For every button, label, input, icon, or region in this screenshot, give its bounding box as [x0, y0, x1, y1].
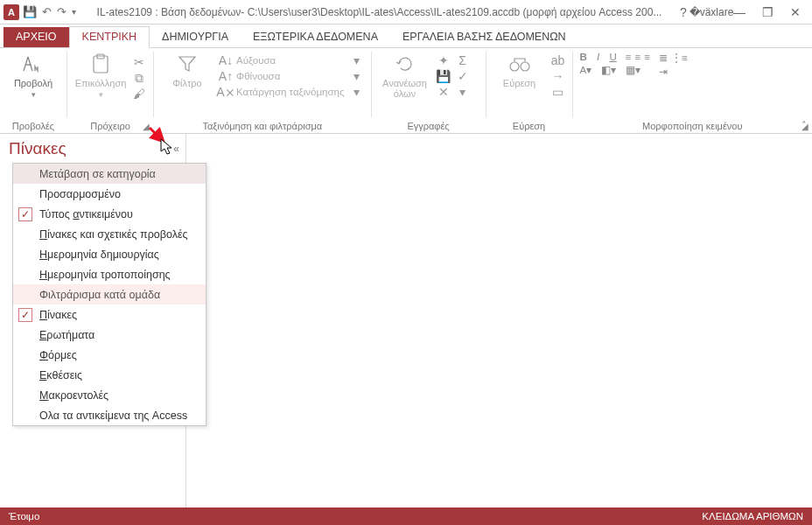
- spellcheck-icon: ✓: [456, 69, 470, 83]
- check-icon: ✓: [18, 308, 32, 322]
- menu-item-tables[interactable]: ✓ Πίνακες: [13, 304, 206, 325]
- clipboard-dialog-launcher-icon[interactable]: ◢: [143, 122, 150, 131]
- copy-icon: ⧉: [132, 71, 146, 85]
- ribbon-display-options-icon[interactable]: �växlare: [704, 6, 719, 18]
- document-area: [186, 134, 812, 508]
- goto-button[interactable]: →: [551, 69, 565, 83]
- refresh-all-button[interactable]: Ανανέωση όλων: [379, 52, 431, 99]
- tab-create[interactable]: ΔΗΜΙΟΥΡΓΙΑ: [150, 27, 241, 47]
- save-record-button[interactable]: 💾: [437, 69, 451, 83]
- menu-item-label: Τύπος αντικειμένου: [39, 208, 133, 220]
- status-ready: Έτοιμο: [9, 511, 39, 522]
- tab-database-tools[interactable]: ΕΡΓΑΛΕΙΑ ΒΑΣΗΣ ΔΕΔΟΜΕΝΩΝ: [390, 27, 578, 47]
- bullets-button[interactable]: ⋮≡: [671, 52, 688, 64]
- menu-item-label: Εκθέσεις: [39, 369, 82, 382]
- menu-item-object-type[interactable]: ✓ Τύπος αντικειμένου: [13, 204, 206, 224]
- bold-button[interactable]: B: [580, 52, 587, 62]
- menu-item-modified-date[interactable]: Ημερομηνία τροποποίησης: [13, 264, 206, 284]
- gridlines-button[interactable]: ▦▾: [626, 64, 640, 76]
- refresh-icon: [392, 52, 418, 76]
- paste-button[interactable]: Επικόλληση ▾: [74, 52, 127, 99]
- align-center-button[interactable]: ≡: [634, 52, 640, 62]
- sort-asc-button[interactable]: A↓Αύξουσα: [219, 53, 345, 67]
- ribbon-group-views: Προβολή ▾ Προβολές: [0, 48, 66, 133]
- sort-desc-label: Φθίνουσα: [236, 71, 280, 81]
- minimize-button[interactable]: —: [732, 5, 747, 19]
- menu-item-label: Πίνακες και σχετικές προβολές: [39, 228, 188, 241]
- align-right-button[interactable]: ≡: [644, 52, 650, 62]
- maximize-button[interactable]: ❐: [760, 5, 775, 19]
- view-icon: [20, 52, 46, 76]
- menu-item-tables-and-views[interactable]: Πίνακες και σχετικές προβολές: [13, 224, 206, 244]
- collapse-ribbon-icon[interactable]: ˄: [802, 120, 807, 131]
- italic-button[interactable]: I: [597, 52, 599, 62]
- navigation-category-menu: Μετάβαση σε κατηγορία Προσαρμοσμένο ✓ Τύ…: [12, 163, 206, 426]
- new-record-button[interactable]: ✦: [437, 53, 451, 67]
- view-button[interactable]: Προβολή ▾: [7, 52, 60, 99]
- selection-filter-button[interactable]: ▾: [350, 53, 364, 67]
- sort-desc-button[interactable]: A↑Φθίνουσα: [219, 69, 345, 83]
- find-button[interactable]: Εύρεση: [494, 52, 546, 88]
- delete-record-button[interactable]: ✕: [437, 85, 451, 99]
- fill-color-button[interactable]: ◧▾: [601, 64, 616, 76]
- clear-sort-button[interactable]: A⨯Κατάργηση ταξινόμησης: [219, 85, 345, 99]
- menu-item-reports[interactable]: Εκθέσεις: [13, 365, 206, 385]
- new-icon: ✦: [437, 53, 451, 67]
- close-button[interactable]: ✕: [788, 5, 803, 19]
- align-left-button[interactable]: ≡: [626, 52, 632, 62]
- sigma-icon: Σ: [456, 53, 470, 67]
- window-title: IL-ates2109 : Βάση δεδομένων- C:\Users\u…: [83, 6, 676, 18]
- qat-customize-icon[interactable]: ▾: [72, 7, 76, 17]
- copy-button[interactable]: ⧉: [132, 71, 146, 85]
- toggle-filter-button[interactable]: ▾: [350, 85, 364, 99]
- menu-item-forms[interactable]: Φόρμες: [13, 345, 206, 365]
- advanced-icon: ▾: [350, 69, 364, 83]
- ribbon-group-label: Μορφοποίηση κειμένου: [580, 119, 805, 131]
- binoculars-icon: [507, 52, 533, 76]
- ribbon-group-clipboard: Επικόλληση ▾ ✂ ⧉ 🖌 Πρόχειρο ◢: [67, 48, 153, 133]
- menu-item-custom[interactable]: Προσαρμοσμένο: [13, 184, 206, 204]
- menu-item-macros[interactable]: Μακροεντολές: [13, 385, 206, 405]
- svg-point-2: [510, 62, 519, 71]
- tab-home[interactable]: ΚΕΝΤΡΙΚΗ: [69, 26, 150, 48]
- tab-external-data[interactable]: ΕΞΩΤΕΡΙΚΑ ΔΕΔΟΜΕΝΑ: [241, 27, 390, 47]
- paste-button-label: Επικόλληση: [75, 78, 127, 88]
- cut-button[interactable]: ✂: [132, 55, 146, 69]
- replace-button[interactable]: ab: [551, 53, 565, 67]
- menu-item-queries[interactable]: Ερωτήματα: [13, 325, 206, 345]
- menu-item-all-access-objects[interactable]: Ολα τα αντικείμενα της Access: [13, 405, 206, 425]
- status-bar: Έτοιμο ΚΛΕΙΔΩΜΑ ΑΡΙΘΜΩΝ: [0, 508, 812, 525]
- ribbon-group-label: Πρόχειρο: [74, 119, 146, 131]
- advanced-filter-button[interactable]: ▾: [350, 69, 364, 83]
- filter-button[interactable]: Φίλτρο: [161, 52, 214, 88]
- select-icon: ▭: [551, 85, 565, 99]
- format-painter-button[interactable]: 🖌: [132, 87, 146, 101]
- font-color-button[interactable]: A▾: [580, 64, 592, 76]
- title-bar: A 💾 ↶ ↷ ▾ IL-ates2109 : Βάση δεδομένων- …: [0, 0, 812, 24]
- find-button-label: Εύρεση: [503, 78, 536, 88]
- select-button[interactable]: ▭: [551, 85, 565, 99]
- navigation-pane-header[interactable]: Πίνακες «: [0, 134, 186, 164]
- clipboard-icon: [88, 52, 114, 76]
- clear-sort-icon: A⨯: [219, 85, 233, 99]
- navigation-pane-title: Πίνακες: [9, 139, 66, 158]
- underline-button[interactable]: U: [609, 52, 616, 62]
- indent-button[interactable]: ⇥: [659, 66, 668, 78]
- totals-button[interactable]: Σ: [456, 53, 470, 67]
- goto-icon: →: [551, 69, 565, 83]
- menu-item-created-date[interactable]: Ημερομηνία δημιουργίας: [13, 244, 206, 264]
- funnel-icon: [174, 52, 200, 76]
- brush-icon: 🖌: [132, 87, 146, 101]
- more-records-button[interactable]: ▾: [456, 85, 470, 99]
- ribbon-tabs: ΑΡΧΕΙΟ ΚΕΝΤΡΙΚΗ ΔΗΜΙΟΥΡΓΙΑ ΕΞΩΤΕΡΙΚΑ ΔΕΔ…: [0, 24, 812, 47]
- svg-point-3: [521, 62, 529, 71]
- tab-file[interactable]: ΑΡΧΕΙΟ: [4, 27, 69, 47]
- sort-desc-icon: A↑: [219, 69, 233, 83]
- undo-icon[interactable]: ↶: [42, 5, 52, 18]
- redo-icon[interactable]: ↷: [57, 5, 66, 18]
- quick-access-toolbar: 💾 ↶ ↷ ▾: [23, 5, 76, 18]
- spelling-button[interactable]: ✓: [456, 69, 470, 83]
- save-icon[interactable]: 💾: [23, 5, 37, 18]
- numbering-button[interactable]: ≣: [659, 52, 668, 64]
- ribbon-group-sort-filter: Φίλτρο A↓Αύξουσα A↑Φθίνουσα A⨯Κατάργηση …: [154, 48, 371, 133]
